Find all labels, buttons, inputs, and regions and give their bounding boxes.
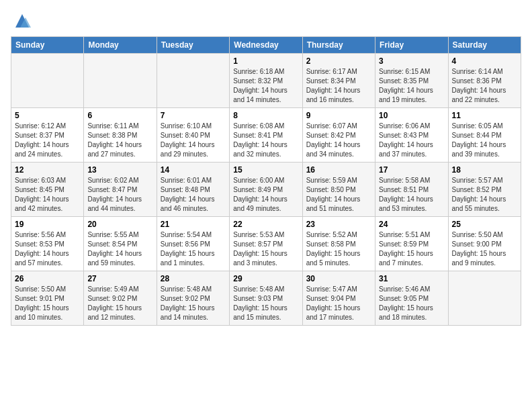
calendar-day-cell [157,54,229,108]
calendar-day-cell: 17Sunrise: 5:58 AM Sunset: 8:51 PM Dayli… [375,163,448,217]
calendar-day-cell: 12Sunrise: 6:03 AM Sunset: 8:45 PM Dayli… [11,163,84,217]
calendar-day-cell: 29Sunrise: 5:48 AM Sunset: 9:03 PM Dayli… [230,271,302,326]
day-info: Sunrise: 6:03 AM Sunset: 8:45 PM Dayligh… [15,176,80,214]
day-info: Sunrise: 5:49 AM Sunset: 9:02 PM Dayligh… [87,285,152,322]
day-info: Sunrise: 6:05 AM Sunset: 8:44 PM Dayligh… [452,122,517,159]
day-info: Sunrise: 5:59 AM Sunset: 8:50 PM Dayligh… [306,176,371,214]
calendar-day-cell: 4Sunrise: 6:14 AM Sunset: 8:36 PM Daylig… [448,54,521,108]
day-info: Sunrise: 6:14 AM Sunset: 8:36 PM Dayligh… [452,67,517,105]
day-number: 3 [379,56,444,66]
calendar-day-cell: 10Sunrise: 6:06 AM Sunset: 8:43 PM Dayli… [375,108,448,163]
day-number: 12 [15,165,80,175]
day-of-week-header: Monday [84,37,157,54]
day-info: Sunrise: 5:47 AM Sunset: 9:04 PM Dayligh… [306,285,371,322]
day-of-week-header: Saturday [448,37,521,54]
day-number: 16 [306,165,371,175]
day-number: 24 [379,220,444,229]
day-info: Sunrise: 6:18 AM Sunset: 8:32 PM Dayligh… [233,67,298,105]
calendar-header-row: SundayMondayTuesdayWednesdayThursdayFrid… [11,37,521,54]
calendar-day-cell [448,271,521,326]
calendar-day-cell: 27Sunrise: 5:49 AM Sunset: 9:02 PM Dayli… [84,271,157,326]
day-info: Sunrise: 6:07 AM Sunset: 8:42 PM Dayligh… [306,122,371,159]
calendar-week-row: 1Sunrise: 6:18 AM Sunset: 8:32 PM Daylig… [11,54,521,108]
day-of-week-header: Thursday [302,37,375,54]
calendar-day-cell: 2Sunrise: 6:17 AM Sunset: 8:34 PM Daylig… [302,54,375,108]
calendar-day-cell: 14Sunrise: 6:01 AM Sunset: 8:48 PM Dayli… [157,163,229,217]
day-info: Sunrise: 6:06 AM Sunset: 8:43 PM Dayligh… [379,122,444,159]
day-info: Sunrise: 6:00 AM Sunset: 8:49 PM Dayligh… [233,176,298,214]
day-info: Sunrise: 5:53 AM Sunset: 8:57 PM Dayligh… [233,230,298,268]
day-info: Sunrise: 5:50 AM Sunset: 9:00 PM Dayligh… [452,230,517,268]
calendar-day-cell: 25Sunrise: 5:50 AM Sunset: 9:00 PM Dayli… [448,217,521,271]
day-info: Sunrise: 6:17 AM Sunset: 8:34 PM Dayligh… [306,67,371,105]
day-info: Sunrise: 6:01 AM Sunset: 8:48 PM Dayligh… [161,176,226,214]
calendar-day-cell: 6Sunrise: 6:11 AM Sunset: 8:38 PM Daylig… [84,108,157,163]
calendar-week-row: 5Sunrise: 6:12 AM Sunset: 8:37 PM Daylig… [11,108,521,163]
day-info: Sunrise: 5:54 AM Sunset: 8:56 PM Dayligh… [161,230,226,268]
day-info: Sunrise: 5:48 AM Sunset: 9:02 PM Dayligh… [161,285,226,322]
day-number: 30 [306,274,371,283]
calendar-week-row: 12Sunrise: 6:03 AM Sunset: 8:45 PM Dayli… [11,163,521,217]
calendar-day-cell: 31Sunrise: 5:46 AM Sunset: 9:05 PM Dayli… [375,271,448,326]
calendar-day-cell: 30Sunrise: 5:47 AM Sunset: 9:04 PM Dayli… [302,271,375,326]
day-info: Sunrise: 5:48 AM Sunset: 9:03 PM Dayligh… [233,285,298,322]
calendar-day-cell: 28Sunrise: 5:48 AM Sunset: 9:02 PM Dayli… [157,271,229,326]
day-number: 15 [233,165,298,175]
day-info: Sunrise: 5:57 AM Sunset: 8:52 PM Dayligh… [452,176,517,214]
day-number: 26 [15,274,80,283]
day-info: Sunrise: 5:55 AM Sunset: 8:54 PM Dayligh… [87,230,152,268]
calendar-table: SundayMondayTuesdayWednesdayThursdayFrid… [11,36,521,326]
day-number: 19 [15,220,80,229]
calendar-day-cell: 13Sunrise: 6:02 AM Sunset: 8:47 PM Dayli… [84,163,157,217]
day-info: Sunrise: 6:12 AM Sunset: 8:37 PM Dayligh… [15,122,80,159]
day-info: Sunrise: 5:56 AM Sunset: 8:53 PM Dayligh… [15,230,80,268]
calendar-week-row: 26Sunrise: 5:50 AM Sunset: 9:01 PM Dayli… [11,271,521,326]
calendar-day-cell [84,54,157,108]
day-number: 28 [161,274,226,283]
day-of-week-header: Wednesday [230,37,302,54]
calendar-day-cell: 15Sunrise: 6:00 AM Sunset: 8:49 PM Dayli… [230,163,302,217]
calendar-day-cell: 7Sunrise: 6:10 AM Sunset: 8:40 PM Daylig… [157,108,229,163]
day-number: 18 [452,165,517,175]
page-header [11,11,521,31]
calendar-day-cell: 26Sunrise: 5:50 AM Sunset: 9:01 PM Dayli… [11,271,84,326]
day-number: 7 [161,111,226,120]
day-number: 23 [306,220,371,229]
day-of-week-header: Tuesday [157,37,229,54]
day-info: Sunrise: 5:51 AM Sunset: 8:59 PM Dayligh… [379,230,444,268]
day-number: 21 [161,220,226,229]
day-number: 2 [306,56,371,66]
day-number: 31 [379,274,444,283]
day-number: 22 [233,220,298,229]
calendar-day-cell [11,54,84,108]
calendar-day-cell: 8Sunrise: 6:08 AM Sunset: 8:41 PM Daylig… [230,108,302,163]
day-info: Sunrise: 6:15 AM Sunset: 8:35 PM Dayligh… [379,67,444,105]
day-info: Sunrise: 6:02 AM Sunset: 8:47 PM Dayligh… [87,176,152,214]
calendar-day-cell: 24Sunrise: 5:51 AM Sunset: 8:59 PM Dayli… [375,217,448,271]
calendar-day-cell: 23Sunrise: 5:52 AM Sunset: 8:58 PM Dayli… [302,217,375,271]
calendar-day-cell: 18Sunrise: 5:57 AM Sunset: 8:52 PM Dayli… [448,163,521,217]
day-number: 14 [161,165,226,175]
day-number: 11 [452,111,517,120]
day-info: Sunrise: 5:46 AM Sunset: 9:05 PM Dayligh… [379,285,444,322]
day-of-week-header: Sunday [11,37,84,54]
calendar-day-cell: 3Sunrise: 6:15 AM Sunset: 8:35 PM Daylig… [375,54,448,108]
day-of-week-header: Friday [375,37,448,54]
day-number: 9 [306,111,371,120]
logo-icon [12,11,32,31]
day-info: Sunrise: 6:10 AM Sunset: 8:40 PM Dayligh… [161,122,226,159]
day-number: 17 [379,165,444,175]
calendar-week-row: 19Sunrise: 5:56 AM Sunset: 8:53 PM Dayli… [11,217,521,271]
day-number: 1 [233,56,298,66]
day-number: 6 [87,111,152,120]
calendar-day-cell: 9Sunrise: 6:07 AM Sunset: 8:42 PM Daylig… [302,108,375,163]
day-number: 25 [452,220,517,229]
day-number: 27 [87,274,152,283]
calendar-day-cell: 11Sunrise: 6:05 AM Sunset: 8:44 PM Dayli… [448,108,521,163]
calendar-day-cell: 22Sunrise: 5:53 AM Sunset: 8:57 PM Dayli… [230,217,302,271]
day-number: 10 [379,111,444,120]
day-number: 29 [233,274,298,283]
logo [11,11,32,31]
day-info: Sunrise: 6:11 AM Sunset: 8:38 PM Dayligh… [87,122,152,159]
day-info: Sunrise: 6:08 AM Sunset: 8:41 PM Dayligh… [233,122,298,159]
